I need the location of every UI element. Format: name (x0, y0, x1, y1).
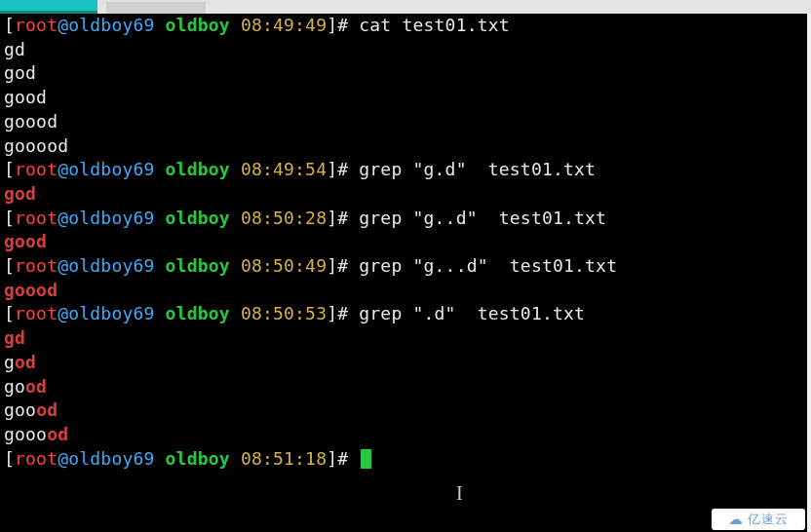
prompt-dir: oldboy (166, 303, 230, 323)
prompt-user: root (15, 208, 58, 228)
terminal-grep-result: gd (0, 326, 807, 351)
prompt-dir: oldboy (166, 448, 230, 469)
prompt-host: oldboy69 (68, 448, 154, 469)
prompt-host: oldboy69 (68, 303, 154, 323)
grep-prefix: g (4, 352, 15, 372)
terminal-line: [root@oldboy69 oldboy 08:49:54]# grep "g… (0, 158, 807, 182)
terminal-cursor (361, 449, 371, 469)
terminal-output-line: gooood (0, 134, 807, 159)
terminal-grep-result: good (0, 375, 807, 399)
prompt-command: grep "g...d" test01.txt (359, 255, 617, 276)
prompt-time: 08:51:18 (241, 448, 327, 469)
prompt-time: 08:49:49 (241, 15, 327, 35)
grep-match: gd (4, 327, 25, 348)
cloud-icon: ☁ (728, 511, 744, 528)
grep-match: od (47, 424, 68, 444)
prompt-dir: oldboy (166, 208, 230, 228)
prompt-host: oldboy69 (68, 159, 154, 179)
prompt-command: grep ".d" test01.txt (359, 303, 585, 323)
prompt-user: root (15, 255, 58, 276)
grep-prefix: go (4, 376, 25, 397)
terminal-line: [root@oldboy69 oldboy 08:51:18]# (0, 447, 807, 472)
prompt-time: 08:50:49 (241, 255, 327, 276)
grep-match: good (4, 231, 47, 251)
grep-match: od (25, 376, 47, 397)
prompt-command: cat test01.txt (359, 15, 510, 35)
grep-prefix: gooo (4, 424, 47, 444)
terminal-line: [root@oldboy69 oldboy 08:50:53]# grep ".… (0, 302, 807, 326)
terminal-output-line: gd (0, 38, 807, 62)
prompt-host: oldboy69 (68, 208, 154, 228)
grep-match: od (15, 352, 36, 372)
grep-match: od (36, 399, 58, 420)
prompt-user: root (15, 15, 58, 35)
terminal-line: [root@oldboy69 oldboy 08:49:49]# cat tes… (0, 14, 807, 38)
prompt-user: root (15, 159, 58, 179)
window-titlebar (0, 0, 811, 14)
titlebar-tab-inactive (106, 2, 206, 14)
prompt-user: root (15, 448, 58, 469)
terminal-grep-result: goood (0, 279, 807, 303)
grep-match: goood (4, 280, 58, 300)
terminal-grep-result: good (0, 230, 807, 254)
mouse-ibeam-cursor: I (456, 482, 463, 505)
watermark-badge: ☁ 亿速云 (712, 509, 805, 530)
terminal-grep-result: goood (0, 399, 807, 423)
prompt-host: oldboy69 (68, 255, 154, 276)
prompt-dir: oldboy (166, 15, 230, 35)
terminal-grep-result: god (0, 351, 807, 375)
prompt-command: grep "g.d" test01.txt (359, 159, 596, 179)
prompt-command: grep "g..d" test01.txt (359, 208, 606, 228)
prompt-time: 08:50:53 (241, 303, 327, 323)
prompt-user: root (15, 303, 58, 323)
grep-prefix: goo (4, 399, 36, 420)
terminal-line: [root@oldboy69 oldboy 08:50:49]# grep "g… (0, 254, 807, 279)
terminal-pane[interactable]: [root@oldboy69 oldboy 08:49:49]# cat tes… (0, 14, 811, 532)
terminal-output-line: good (0, 86, 807, 110)
prompt-dir: oldboy (166, 255, 230, 276)
terminal-grep-result: gooood (0, 423, 807, 447)
prompt-host: oldboy69 (68, 15, 154, 35)
grep-match: god (4, 183, 36, 204)
titlebar-accent (0, 0, 97, 14)
prompt-dir: oldboy (166, 159, 230, 179)
terminal-output-line: goood (0, 110, 807, 134)
prompt-time: 08:50:28 (241, 208, 327, 228)
terminal-line: [root@oldboy69 oldboy 08:50:28]# grep "g… (0, 207, 807, 231)
terminal-output-line: god (0, 61, 807, 86)
prompt-time: 08:49:54 (241, 159, 327, 179)
terminal-grep-result: god (0, 182, 807, 207)
watermark-text: 亿速云 (748, 511, 789, 528)
